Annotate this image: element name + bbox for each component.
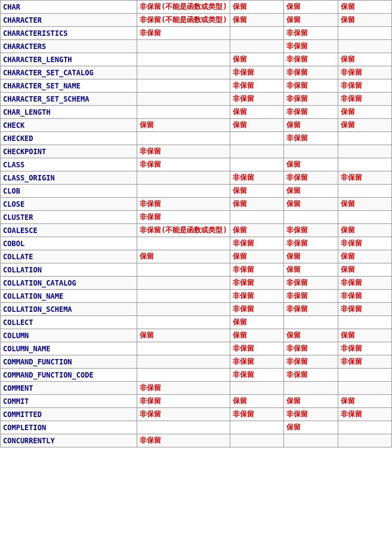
col4-cell: 非保留 [284, 79, 338, 93]
col3-cell [230, 132, 283, 145]
col5-cell: 保留 [338, 1, 391, 14]
table-row: CHARACTER_SET_CATALOG非保留非保留非保留 [1, 66, 392, 79]
col4-cell: 保留 [284, 250, 338, 263]
col5-cell: 保留 [338, 53, 391, 66]
table-row: COLUMN_NAME非保留非保留非保留 [1, 342, 392, 355]
col2-cell: 非保留 [137, 382, 230, 395]
col3-cell: 保留 [230, 106, 283, 119]
keyword-cell: CHAR_LENGTH [1, 106, 137, 119]
col4-cell: 保留 [284, 395, 338, 408]
col2-cell [137, 132, 230, 145]
col3-cell: 保留 [230, 119, 283, 132]
table-row: COMPLETION保留 [1, 421, 392, 434]
col2-cell: 保留 [137, 119, 230, 132]
col2-cell: 非保留 [137, 434, 230, 447]
col3-cell: 保留 [230, 329, 283, 342]
keyword-cell: COLLATE [1, 250, 137, 263]
table-row: COMMIT非保留保留保留保留 [1, 395, 392, 408]
keyword-cell: CLASS_ORIGIN [1, 171, 137, 185]
keyword-cell: COMMITTED [1, 408, 137, 421]
col2-cell [137, 237, 230, 250]
col2-cell [137, 421, 230, 434]
col4-cell: 保留 [284, 198, 338, 211]
col3-cell: 保留 [230, 224, 283, 237]
keyword-cell: COLLATION_NAME [1, 290, 137, 303]
col2-cell [137, 66, 230, 79]
col3-cell [230, 40, 283, 53]
keyword-cell: COLUMN [1, 329, 137, 342]
col2-cell [137, 106, 230, 119]
table-row: CHECKPOINT非保留 [1, 145, 392, 158]
table-row: CHAR非保留(不能是函数或类型)保留保留保留 [1, 1, 392, 14]
col2-cell: 非保留 [137, 198, 230, 211]
col4-cell: 非保留 [284, 290, 338, 303]
col4-cell: 非保留 [284, 277, 338, 290]
keyword-cell: CLOSE [1, 198, 137, 211]
col3-cell [230, 382, 283, 395]
col5-cell [338, 421, 391, 434]
keyword-cell: COMMIT [1, 395, 137, 408]
keywords-table: CHAR非保留(不能是函数或类型)保留保留保留CHARACTER非保留(不能是函… [0, 0, 392, 447]
col4-cell: 非保留 [284, 342, 338, 355]
keyword-cell: CHARACTER [1, 14, 137, 27]
col4-cell: 保留 [284, 185, 338, 198]
keyword-cell: COLLATION [1, 263, 137, 277]
table-row: CHECK保留保留保留保留 [1, 119, 392, 132]
col5-cell: 保留 [338, 14, 391, 27]
table-row: COALESCE非保留(不能是函数或类型)保留非保留保留 [1, 224, 392, 237]
col2-cell [137, 342, 230, 355]
col4-cell: 保留 [284, 421, 338, 434]
col3-cell: 保留 [230, 198, 283, 211]
keyword-cell: COLUMN_NAME [1, 342, 137, 355]
col5-cell: 非保留 [338, 93, 391, 106]
table-row: CLASS非保留保留 [1, 158, 392, 171]
keyword-cell: COMMENT [1, 382, 137, 395]
col3-cell: 保留 [230, 1, 283, 14]
keyword-cell: CHARACTERISTICS [1, 27, 137, 40]
keyword-cell: CHARACTER_SET_CATALOG [1, 66, 137, 79]
col2-cell: 非保留 [137, 211, 230, 224]
col4-cell: 非保留 [284, 237, 338, 250]
col2-cell: 非保留(不能是函数或类型) [137, 14, 230, 27]
keyword-cell: CLUSTER [1, 211, 137, 224]
col2-cell: 非保留(不能是函数或类型) [137, 1, 230, 14]
col4-cell: 非保留 [284, 355, 338, 369]
col5-cell: 非保留 [338, 171, 391, 185]
table-row: CHARACTER非保留(不能是函数或类型)保留保留保留 [1, 14, 392, 27]
col3-cell: 非保留 [230, 171, 283, 185]
col5-cell: 保留 [338, 198, 391, 211]
col2-cell [137, 93, 230, 106]
keyword-cell: CLASS [1, 158, 137, 171]
col4-cell [284, 211, 338, 224]
table-row: COLLECT保留 [1, 316, 392, 329]
col5-cell: 保留 [338, 106, 391, 119]
col4-cell: 保留 [284, 263, 338, 277]
col5-cell: 保留 [338, 263, 391, 277]
col5-cell: 非保留 [338, 277, 391, 290]
col5-cell [338, 132, 391, 145]
col3-cell: 非保留 [230, 408, 283, 421]
keyword-cell: CLOB [1, 185, 137, 198]
col5-cell [338, 40, 391, 53]
col4-cell [284, 145, 338, 158]
col4-cell: 非保留 [284, 408, 338, 421]
col5-cell [338, 145, 391, 158]
col2-cell: 保留 [137, 250, 230, 263]
col2-cell: 非保留 [137, 145, 230, 158]
col3-cell: 非保留 [230, 79, 283, 93]
keyword-cell: COMMAND_FUNCTION [1, 355, 137, 369]
col3-cell: 非保留 [230, 277, 283, 290]
col3-cell: 保留 [230, 250, 283, 263]
col2-cell: 保留 [137, 329, 230, 342]
col3-cell: 保留 [230, 185, 283, 198]
col2-cell [137, 185, 230, 198]
table-row: CHAR_LENGTH保留非保留保留 [1, 106, 392, 119]
col5-cell [338, 27, 391, 40]
col4-cell: 保留 [284, 14, 338, 27]
col2-cell [137, 369, 230, 382]
col5-cell: 非保留 [338, 237, 391, 250]
keyword-cell: COMPLETION [1, 421, 137, 434]
col4-cell: 非保留 [284, 27, 338, 40]
col3-cell: 非保留 [230, 66, 283, 79]
col5-cell: 保留 [338, 224, 391, 237]
